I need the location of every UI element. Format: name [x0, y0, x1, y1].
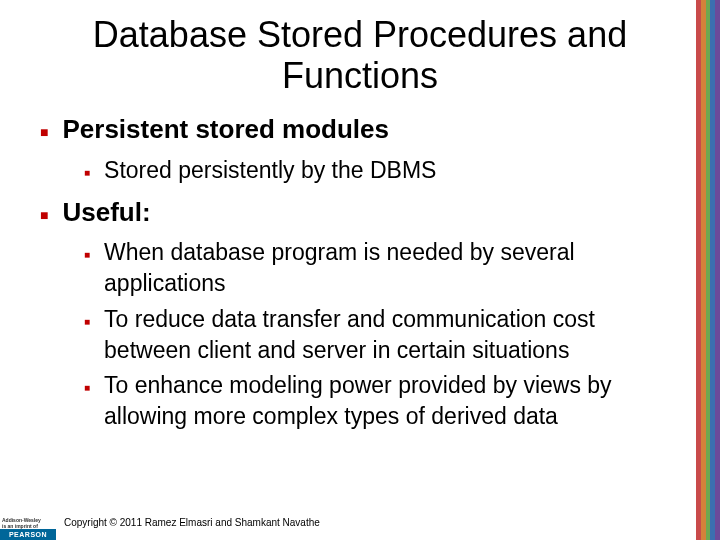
square-bullet-icon: ■	[40, 206, 48, 224]
square-bullet-icon: ■	[84, 166, 90, 180]
copyright-text: Copyright © 2011 Ramez Elmasri and Shamk…	[64, 517, 320, 528]
bullet-text: Useful:	[62, 196, 150, 230]
bullet-text: Stored persistently by the DBMS	[104, 155, 436, 186]
bullet-text: To enhance modeling power provided by vi…	[104, 370, 680, 432]
bullet-level1: ■ Useful:	[40, 196, 680, 230]
square-bullet-icon: ■	[40, 123, 48, 141]
bullet-text: When database program is needed by sever…	[104, 237, 680, 299]
slide: Database Stored Procedures and Functions…	[0, 0, 720, 540]
bullet-level1: ■ Persistent stored modules	[40, 113, 680, 147]
bullet-level2: ■ Stored persistently by the DBMS	[84, 155, 680, 186]
publisher-logo: Addison-Wesley is an imprint of PEARSON	[0, 504, 56, 540]
square-bullet-icon: ■	[84, 248, 90, 262]
bullet-level2: ■ When database program is needed by sev…	[84, 237, 680, 299]
slide-title: Database Stored Procedures and Functions	[0, 0, 720, 105]
bullet-level2: ■ To enhance modeling power provided by …	[84, 370, 680, 432]
decorative-stripes	[696, 0, 720, 540]
square-bullet-icon: ■	[84, 381, 90, 395]
bullet-text: Persistent stored modules	[62, 113, 389, 147]
square-bullet-icon: ■	[84, 315, 90, 329]
footer: Addison-Wesley is an imprint of PEARSON …	[0, 504, 696, 540]
bullet-text: To reduce data transfer and communicatio…	[104, 304, 680, 366]
slide-body: ■ Persistent stored modules ■ Stored per…	[0, 105, 720, 432]
bullet-level2: ■ To reduce data transfer and communicat…	[84, 304, 680, 366]
pearson-brand: PEARSON	[0, 529, 56, 540]
imprint-text: Addison-Wesley is an imprint of	[0, 518, 56, 529]
